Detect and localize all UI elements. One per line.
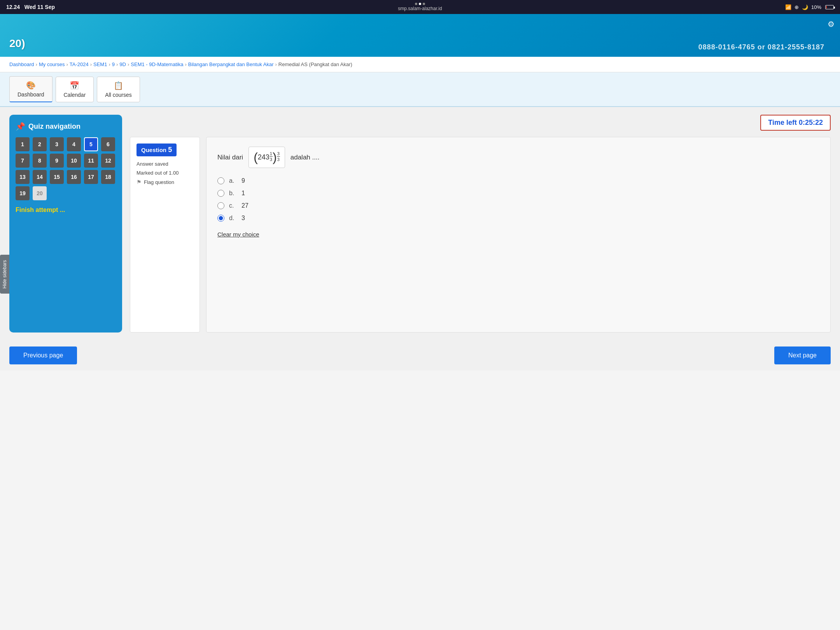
option-b-value: 1: [242, 190, 245, 197]
nav-num-10[interactable]: 10: [67, 154, 81, 168]
nav-num-15[interactable]: 15: [50, 170, 64, 184]
option-a: a. 9: [217, 177, 819, 184]
outer-sup-fraction: 3 3: [277, 151, 280, 163]
status-time-date: 12.24 Wed 11 Sep: [6, 4, 55, 10]
question-content: Nilai dari ( 243 1 3 ): [206, 137, 831, 332]
breadcrumb-9d[interactable]: 9D: [119, 61, 126, 67]
option-d-label[interactable]: d.: [229, 215, 237, 222]
gear-icon[interactable]: ⚙: [828, 19, 835, 29]
nav-num-6[interactable]: 6: [101, 137, 115, 151]
moon-icon: 🌙: [802, 4, 808, 10]
nav-allcourses-label: All courses: [105, 92, 131, 98]
outer-sup-denominator: 3: [277, 157, 280, 162]
nav-num-4[interactable]: 4: [67, 137, 81, 151]
battery-tip: [834, 7, 835, 9]
nav-num-20[interactable]: 20: [33, 186, 47, 200]
nav-num-5[interactable]: 5: [84, 137, 98, 151]
nav-num-17[interactable]: 17: [84, 170, 98, 184]
timer-bar: Time left 0:25:22: [130, 115, 831, 131]
breadcrumb-ta2024[interactable]: TA-2024: [70, 61, 89, 67]
answer-status: Answer saved: [136, 161, 193, 167]
question-text: Nilai dari ( 243 1 3 ): [217, 147, 819, 168]
top-nav: 🎨 Dashboard 📅 Calendar 📋 All courses: [0, 72, 840, 107]
question-suffix: adalah ....: [290, 154, 320, 161]
battery-fill: [826, 6, 827, 9]
sep-5: ›: [116, 61, 118, 67]
nav-num-19[interactable]: 19: [16, 186, 30, 200]
question-row: Question 5 Answer saved Marked out of 1.…: [130, 137, 831, 332]
header-banner: 20) 0888-0116-4765 or 0821-2555-8187 ⚙: [0, 14, 840, 57]
sup-denominator: 3: [270, 157, 273, 162]
breadcrumb-bilangan[interactable]: Bilangan Berpangkat dan Bentuk Akar: [188, 61, 274, 67]
flag-question-label: Flag question: [144, 179, 174, 185]
nav-num-1[interactable]: 1: [16, 137, 30, 151]
option-a-label[interactable]: a.: [229, 177, 237, 184]
content-area: Time left 0:25:22 Question 5 Answer save…: [130, 115, 831, 332]
breadcrumb-dashboard[interactable]: Dashboard: [9, 61, 34, 67]
header-title: 20): [9, 37, 25, 50]
pin-icon: 📌: [16, 122, 25, 131]
status-date: Wed 11 Sep: [24, 4, 55, 10]
nav-num-18[interactable]: 18: [101, 170, 115, 184]
base-number: 243: [258, 153, 270, 161]
sup-numerator: 1: [270, 151, 273, 157]
header-phone: 0888-0116-4765 or 0821-2555-8187: [698, 43, 824, 51]
nav-num-9[interactable]: 9: [50, 154, 64, 168]
option-c-label[interactable]: c.: [229, 202, 237, 209]
question-prefix: Nilai dari: [217, 154, 243, 161]
breadcrumb-matematika[interactable]: SEM1 - 9D-Matematika: [131, 61, 183, 67]
breadcrumb-remedial: Remedial AS (Pangkat dan Akar): [278, 61, 352, 67]
battery-percent: 10%: [811, 4, 821, 10]
open-paren: (: [254, 150, 258, 164]
nav-allcourses-btn[interactable]: 📋 All courses: [97, 77, 140, 102]
dot-2: [419, 3, 421, 5]
main-layout: 📌 Quiz navigation 1 2 3 4 5 6 7 8 9 10 1…: [0, 107, 840, 340]
option-d-value: 3: [242, 215, 245, 222]
status-dots: [415, 3, 425, 5]
breadcrumb-9[interactable]: 9: [112, 61, 115, 67]
flag-question-row[interactable]: ⚑ Flag question: [136, 179, 193, 185]
location-icon: ⊕: [794, 4, 799, 10]
dot-1: [415, 3, 417, 5]
hide-sidebars-tab[interactable]: Hide sidebars: [0, 255, 9, 294]
nav-dashboard-btn[interactable]: 🎨 Dashboard: [9, 76, 52, 102]
question-info-panel: Question 5 Answer saved Marked out of 1.…: [130, 137, 200, 332]
finish-attempt-link[interactable]: Finish attempt ...: [16, 206, 116, 214]
nav-num-12[interactable]: 12: [101, 154, 115, 168]
radio-b[interactable]: [217, 190, 224, 197]
sep-8: ›: [275, 61, 276, 67]
exponent: 1 3: [270, 151, 273, 163]
nav-num-8[interactable]: 8: [33, 154, 47, 168]
option-c: c. 27: [217, 202, 819, 209]
flag-icon: ⚑: [136, 179, 142, 185]
sep-3: ›: [90, 61, 92, 67]
radio-a[interactable]: [217, 177, 224, 184]
sup-fraction: 1 3: [270, 151, 273, 163]
close-paren: ): [273, 150, 277, 164]
nav-calendar-btn[interactable]: 📅 Calendar: [56, 77, 94, 102]
bottom-nav: Previous page Next page: [0, 340, 840, 371]
option-b-label[interactable]: b.: [229, 190, 237, 197]
previous-page-button[interactable]: Previous page: [9, 346, 77, 364]
nav-num-11[interactable]: 11: [84, 154, 98, 168]
nav-num-13[interactable]: 13: [16, 170, 30, 184]
nav-grid: 1 2 3 4 5 6 7 8 9 10 11 12 13 14 15 16 1…: [16, 137, 116, 200]
breadcrumb-sem1[interactable]: SEM1: [93, 61, 107, 67]
clear-choice-link[interactable]: Clear my choice: [217, 231, 259, 238]
battery-bar: [825, 5, 834, 9]
options-group: a. 9 b. 1 c. 27 d.: [217, 177, 819, 222]
quiz-nav-title: 📌 Quiz navigation: [16, 122, 116, 131]
nav-num-16[interactable]: 16: [67, 170, 81, 184]
nav-num-7[interactable]: 7: [16, 154, 30, 168]
quiz-nav-title-text: Quiz navigation: [28, 122, 80, 131]
nav-num-3[interactable]: 3: [50, 137, 64, 151]
nav-num-2[interactable]: 2: [33, 137, 47, 151]
sep-4: ›: [108, 61, 110, 67]
radio-c[interactable]: [217, 202, 224, 209]
status-right: 📶 ⊕ 🌙 10%: [785, 4, 834, 10]
next-page-button[interactable]: Next page: [774, 346, 831, 364]
nav-num-14[interactable]: 14: [33, 170, 47, 184]
sep-7: ›: [185, 61, 186, 67]
radio-d[interactable]: [217, 215, 224, 222]
breadcrumb-mycourses[interactable]: My courses: [39, 61, 65, 67]
